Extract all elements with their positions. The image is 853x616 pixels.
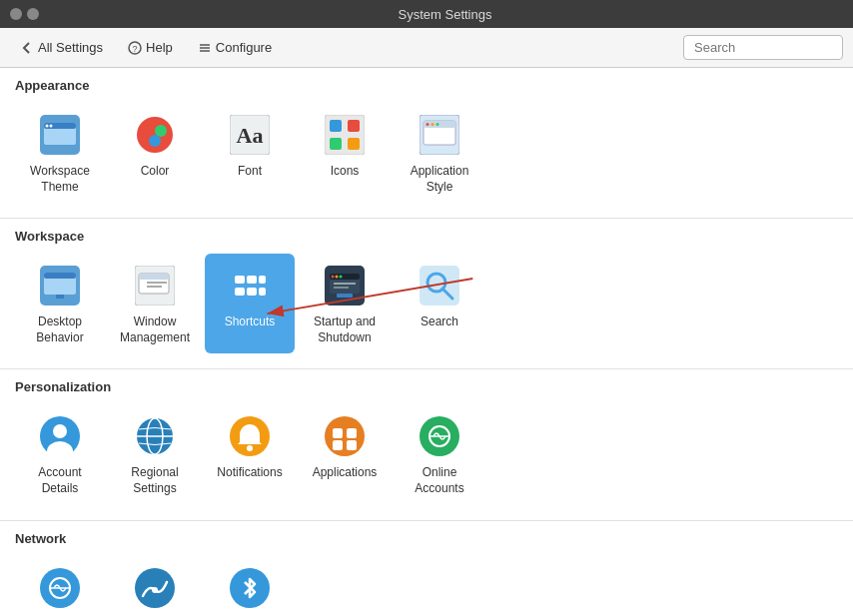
item-desktop-behavior[interactable]: Desktop Behavior: [15, 254, 105, 353]
toolbar: All Settings ? Help Configure: [0, 28, 853, 68]
item-workspace-theme[interactable]: Workspace Theme: [15, 103, 105, 203]
item-connectivity[interactable]: Connectivity: [110, 556, 200, 616]
icon-shortcuts: [226, 262, 274, 309]
svg-point-8: [46, 125, 49, 128]
section-title-appearance: Appearance: [15, 78, 838, 93]
svg-rect-50: [334, 287, 349, 289]
label-online-accounts: Online Accounts: [400, 465, 479, 496]
svg-point-11: [143, 125, 155, 137]
svg-point-58: [53, 424, 67, 438]
svg-rect-30: [56, 295, 64, 299]
svg-point-13: [149, 135, 161, 147]
item-grid-network: SettingsConnectivityBluetooth: [15, 556, 838, 616]
svg-point-47: [336, 276, 339, 279]
section-title-network: Network: [15, 531, 838, 546]
svg-text:?: ?: [133, 44, 138, 54]
icon-bluetooth: [226, 564, 274, 612]
svg-point-64: [247, 445, 253, 451]
svg-rect-69: [347, 440, 357, 450]
titlebar: System Settings: [0, 0, 853, 28]
svg-rect-67: [347, 428, 357, 438]
dot2: [27, 8, 39, 20]
section-workspace: WorkspaceDesktop BehaviorWindow Manageme…: [0, 219, 853, 369]
back-button[interactable]: All Settings: [10, 36, 113, 59]
window-controls: [10, 8, 39, 20]
item-shortcuts[interactable]: Shortcuts: [205, 254, 295, 353]
svg-rect-33: [139, 274, 169, 280]
label-search: Search: [421, 314, 458, 330]
search-input[interactable]: [683, 35, 843, 60]
item-applications[interactable]: Applications: [300, 404, 390, 504]
svg-rect-66: [333, 428, 343, 438]
svg-rect-37: [235, 276, 245, 284]
label-desktop-behavior: Desktop Behavior: [20, 314, 100, 345]
icon-connectivity: [131, 564, 179, 612]
label-color: Color: [141, 164, 170, 180]
section-personalization: PersonalizationAccount DetailsRegional S…: [0, 369, 853, 520]
svg-rect-42: [259, 288, 266, 296]
label-startup-shutdown: Startup and Shutdown: [305, 314, 385, 345]
item-color[interactable]: Color: [110, 103, 200, 203]
svg-rect-7: [44, 123, 76, 129]
item-font[interactable]: AaFont: [205, 103, 295, 203]
section-appearance: AppearanceWorkspace ThemeColorAaFontIcon…: [0, 68, 853, 219]
icon-startup-shutdown: [321, 262, 369, 309]
svg-rect-18: [348, 120, 360, 132]
back-icon: [20, 41, 34, 55]
svg-rect-68: [333, 440, 343, 450]
item-window-management[interactable]: Window Management: [110, 254, 200, 353]
configure-icon: [198, 41, 212, 55]
help-button[interactable]: ? Help: [118, 36, 183, 59]
item-account-details[interactable]: Account Details: [15, 404, 105, 504]
svg-rect-51: [337, 294, 353, 298]
svg-point-26: [436, 123, 439, 126]
item-net-settings[interactable]: Settings: [15, 556, 105, 616]
svg-text:Aa: Aa: [237, 123, 264, 148]
window-title: System Settings: [47, 7, 843, 22]
svg-point-9: [50, 125, 53, 128]
icon-search: [416, 262, 463, 309]
icon-icons: [321, 111, 369, 159]
configure-label: Configure: [216, 40, 272, 55]
svg-rect-38: [247, 276, 257, 284]
label-notifications: Notifications: [217, 465, 282, 481]
label-workspace-theme: Workspace Theme: [20, 164, 100, 195]
label-shortcuts: Shortcuts: [225, 314, 276, 330]
icon-account-details: [36, 412, 84, 460]
svg-rect-20: [348, 138, 360, 150]
item-grid-personalization: Account DetailsRegional SettingsNotifica…: [15, 404, 838, 504]
item-search[interactable]: Search: [395, 254, 484, 353]
item-bluetooth[interactable]: Bluetooth: [205, 556, 295, 616]
item-icons[interactable]: Icons: [300, 103, 390, 203]
icon-online-accounts: [416, 412, 463, 460]
section-network: NetworkSettingsConnectivityBluetooth: [0, 521, 853, 616]
main-content: AppearanceWorkspace ThemeColorAaFontIcon…: [0, 68, 853, 616]
item-online-accounts[interactable]: Online Accounts: [395, 404, 484, 504]
label-regional-settings: Regional Settings: [115, 465, 195, 496]
svg-rect-19: [330, 138, 342, 150]
svg-point-12: [155, 125, 167, 137]
dot1: [10, 8, 22, 20]
svg-rect-49: [334, 283, 356, 285]
icon-application-style: [416, 111, 463, 159]
svg-rect-36: [230, 266, 270, 306]
icon-net-settings: [36, 564, 84, 612]
item-regional-settings[interactable]: Regional Settings: [110, 404, 200, 504]
svg-point-48: [340, 276, 343, 279]
svg-point-24: [426, 123, 429, 126]
label-account-details: Account Details: [20, 465, 100, 496]
icon-font: Aa: [226, 111, 274, 159]
svg-rect-41: [259, 276, 266, 284]
icon-color: [131, 111, 179, 159]
item-application-style[interactable]: Application Style: [395, 103, 484, 203]
svg-rect-40: [247, 288, 257, 296]
svg-point-25: [431, 123, 434, 126]
item-grid-workspace: Desktop BehaviorWindow ManagementShortcu…: [15, 254, 838, 353]
icon-workspace-theme: [36, 111, 84, 159]
item-notifications[interactable]: Notifications: [205, 404, 295, 504]
item-startup-shutdown[interactable]: Startup and Shutdown: [300, 254, 390, 353]
icon-applications: [321, 412, 369, 460]
help-icon: ?: [128, 41, 142, 55]
label-font: Font: [238, 164, 262, 180]
configure-button[interactable]: Configure: [188, 36, 282, 59]
